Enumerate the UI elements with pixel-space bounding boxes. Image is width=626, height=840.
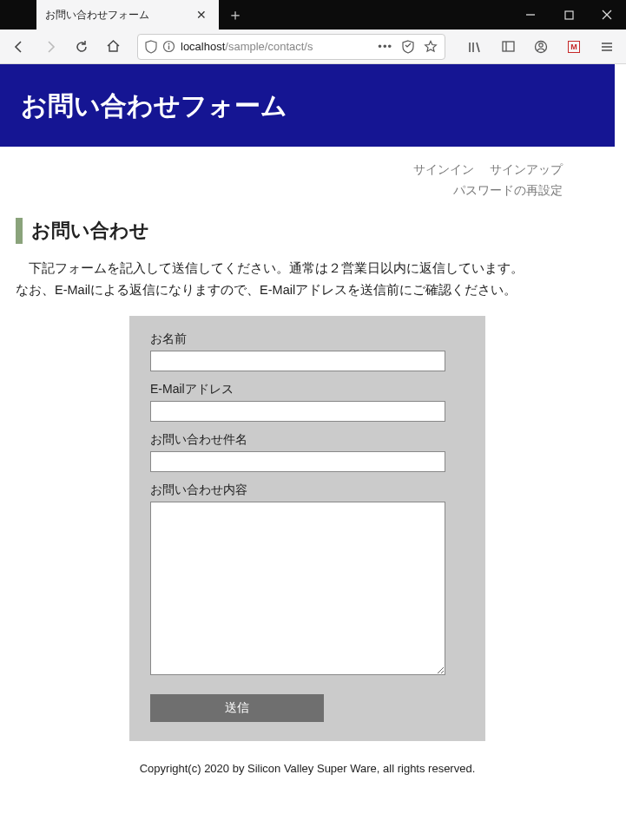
library-icon[interactable]	[463, 35, 487, 59]
browser-toolbar: localhost/sample/contact/s •••	[0, 30, 626, 64]
sidebar-icon[interactable]	[496, 35, 520, 59]
tab-bar: お問い合わせフォーム ✕ ＋	[0, 0, 626, 30]
new-tab-button[interactable]: ＋	[219, 4, 252, 25]
menu-icon[interactable]	[595, 35, 619, 59]
url-text: localhost/sample/contact/s	[181, 40, 372, 53]
reload-button[interactable]	[69, 35, 94, 59]
svg-point-13	[539, 43, 543, 46]
contact-form: お名前 E-Mailアドレス お問い合わせ件名 お問い合わせ内容 送信	[129, 316, 485, 741]
info-icon[interactable]	[162, 40, 175, 53]
page-header: お問い合わせフォーム	[0, 64, 615, 147]
subject-label: お問い合わせ件名	[150, 432, 465, 448]
page-viewport: お問い合わせフォーム サインイン サインアップ パスワードの再設定 お問い合わせ…	[0, 64, 626, 840]
browser-chrome: お問い合わせフォーム ✕ ＋	[0, 0, 626, 64]
email-input[interactable]	[150, 401, 445, 422]
minimize-button[interactable]	[511, 0, 550, 30]
bookmark-star-icon[interactable]	[424, 40, 438, 54]
page-title: お問い合わせフォーム	[21, 89, 594, 124]
footer-copyright: Copyright(c) 2020 by Silicon Valley Supe…	[0, 741, 615, 810]
home-button[interactable]	[101, 35, 125, 59]
email-label: E-Mailアドレス	[150, 382, 465, 397]
back-button[interactable]	[7, 35, 31, 59]
maximize-button[interactable]	[550, 0, 588, 30]
forward-button[interactable]	[38, 35, 63, 59]
svg-point-5	[168, 43, 170, 45]
body-label: お問い合わせ内容	[150, 482, 465, 498]
intro-text: 下記フォームを記入して送信してください。通常は２営業日以内に返信しています。 な…	[0, 258, 615, 300]
signin-link[interactable]: サインイン	[413, 162, 474, 176]
tab-title: お問い合わせフォーム	[45, 8, 193, 23]
account-icon[interactable]	[529, 35, 553, 59]
name-label: お名前	[150, 331, 465, 347]
reader-icon[interactable]	[401, 40, 415, 54]
submit-button[interactable]: 送信	[150, 694, 324, 722]
signup-link[interactable]: サインアップ	[490, 162, 563, 176]
url-bar[interactable]: localhost/sample/contact/s •••	[137, 34, 445, 60]
window-controls	[511, 0, 626, 30]
close-tab-icon[interactable]: ✕	[193, 8, 210, 22]
shield-icon[interactable]	[145, 40, 157, 54]
browser-tab[interactable]: お問い合わせフォーム ✕	[36, 0, 219, 30]
svg-rect-1	[565, 11, 573, 19]
name-input[interactable]	[150, 351, 445, 371]
section-title: お問い合わせ	[16, 218, 599, 244]
body-textarea[interactable]	[150, 502, 445, 675]
password-reset-link[interactable]: パスワードの再設定	[453, 183, 563, 197]
mcafee-icon[interactable]: M	[562, 35, 586, 59]
page-actions-icon[interactable]: •••	[378, 40, 392, 53]
subject-input[interactable]	[150, 451, 445, 472]
intro-line-2: なお、E-Mailによる返信になりますので、E-Mailアドレスを送信前にご確認…	[16, 279, 599, 301]
toolbar-right: M	[463, 35, 619, 59]
svg-rect-10	[503, 42, 514, 51]
close-window-button[interactable]	[588, 0, 626, 30]
svg-line-9	[477, 43, 479, 52]
nav-links: サインイン サインアップ パスワードの再設定	[0, 147, 615, 206]
intro-line-1: 下記フォームを記入して送信してください。通常は２営業日以内に返信しています。	[16, 258, 599, 279]
